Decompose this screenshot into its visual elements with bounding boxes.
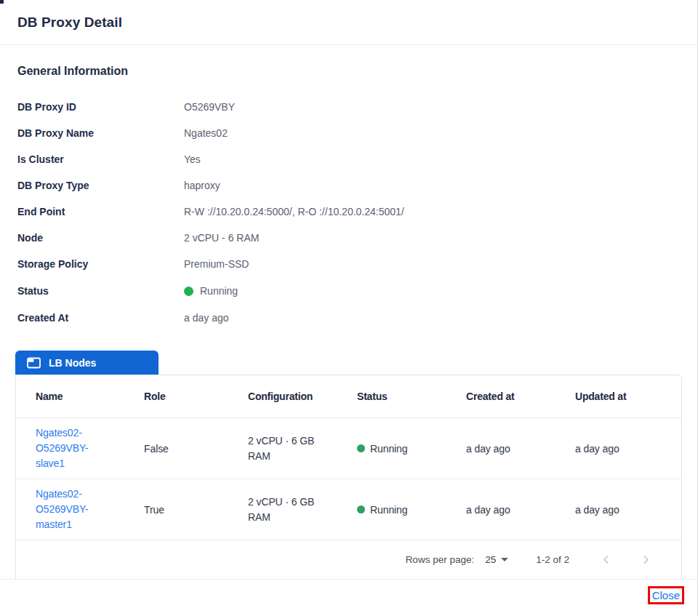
field-node: Node 2 vCPU - 6 RAM (17, 225, 680, 251)
lb-nodes-table-card: Name Role Configuration Status Created a… (15, 375, 682, 593)
field-value: 2 vCPU - 6 RAM (184, 232, 259, 244)
field-db-proxy-name: DB Proxy Name Ngates02 (17, 120, 680, 146)
modal-header: DB Proxy Detail (0, 0, 697, 45)
window-icon (27, 357, 41, 369)
table-header-row: Name Role Configuration Status Created a… (16, 375, 681, 418)
chevron-left-icon (601, 555, 611, 564)
general-information-section: General Information DB Proxy ID O5269VBY… (0, 65, 697, 331)
column-header-name: Name (16, 391, 124, 402)
column-header-configuration: Configuration (228, 391, 337, 402)
table-row: Ngates02-O5269VBY-master1 True 2 vCPU · … (16, 479, 681, 540)
field-label: DB Proxy Type (17, 180, 184, 191)
field-label: DB Proxy Name (17, 127, 184, 139)
status-value: Running (184, 285, 238, 297)
pagination-range: 1-2 of 2 (536, 554, 569, 565)
status-text: Running (370, 443, 407, 455)
status-running-icon (357, 505, 365, 513)
field-db-proxy-type: DB Proxy Type haproxy (17, 172, 680, 199)
table-pagination: Rows per page: 25 1-2 of 2 (16, 540, 681, 578)
modal-title: DB Proxy Detail (17, 15, 680, 31)
rows-per-page-label: Rows per page: (406, 554, 475, 565)
chevron-down-icon (501, 558, 508, 561)
cell-status: Running (337, 504, 446, 516)
tab-label: LB Nodes (49, 357, 96, 369)
field-value: haproxy (184, 180, 220, 191)
previous-page-button[interactable] (598, 555, 614, 564)
next-page-button[interactable] (638, 555, 654, 564)
field-status: Status Running (17, 277, 680, 305)
close-button-highlight-box: Close (648, 586, 684, 604)
tab-lb-nodes[interactable]: LB Nodes (15, 351, 159, 375)
field-value: Premium-SSD (184, 258, 249, 270)
status-running-icon (184, 287, 193, 296)
screenshot-corner-artifact (0, 0, 4, 4)
field-end-point: End Point R-W ://10.20.0.24:5000/, R-O :… (17, 199, 680, 225)
column-header-updated-at: Updated at (555, 391, 681, 402)
cell-updated-at: a day ago (555, 504, 681, 516)
field-label: Is Cluster (17, 153, 184, 165)
status-text: Running (200, 285, 238, 297)
node-name-link[interactable]: Ngates02-O5269VBY-master1 (36, 487, 117, 532)
node-name-link[interactable]: Ngates02-O5269VBY-slave1 (36, 425, 117, 471)
field-value: O5269VBY (184, 101, 235, 113)
field-label: DB Proxy ID (17, 101, 184, 113)
cell-role: False (124, 443, 228, 455)
status-running-icon (357, 444, 365, 452)
close-button[interactable]: Close (651, 588, 681, 602)
general-information-heading: General Information (17, 65, 680, 78)
cell-role: True (124, 504, 228, 516)
cell-name: Ngates02-O5269VBY-master1 (16, 487, 124, 532)
field-label: Storage Policy (17, 258, 184, 270)
cell-status: Running (337, 443, 446, 455)
cell-updated-at: a day ago (555, 443, 681, 455)
field-value: a day ago (184, 312, 229, 324)
cell-configuration: 2 vCPU · 6 GB RAM (228, 433, 337, 464)
column-header-created-at: Created at (446, 391, 555, 402)
field-is-cluster: Is Cluster Yes (17, 146, 680, 172)
status-text: Running (370, 504, 407, 516)
field-label: End Point (17, 206, 184, 217)
table-row: Ngates02-O5269VBY-slave1 False 2 vCPU · … (16, 418, 681, 479)
general-information-list: DB Proxy ID O5269VBY DB Proxy Name Ngate… (17, 94, 680, 331)
field-storage-policy: Storage Policy Premium-SSD (17, 251, 680, 277)
modal-footer: Close (0, 579, 697, 616)
cell-name: Ngates02-O5269VBY-slave1 (16, 425, 124, 471)
field-db-proxy-id: DB Proxy ID O5269VBY (17, 94, 680, 120)
rows-per-page-value: 25 (485, 554, 496, 565)
field-value: R-W ://10.20.0.24:5000/, R-O ://10.20.0.… (184, 206, 404, 217)
rows-per-page-select[interactable]: 25 (485, 554, 508, 565)
column-header-role: Role (124, 391, 228, 402)
field-value: Ngates02 (184, 127, 228, 139)
cell-created-at: a day ago (446, 443, 555, 455)
field-value: Yes (184, 153, 201, 165)
field-label: Node (17, 232, 184, 244)
db-proxy-detail-modal: { "modal": { "title": "DB Proxy Detail" … (0, 0, 698, 616)
cell-created-at: a day ago (446, 504, 555, 516)
cell-configuration: 2 vCPU · 6 GB RAM (228, 495, 337, 525)
field-created-at: Created At a day ago (17, 305, 680, 331)
field-label: Status (17, 285, 184, 297)
column-header-status: Status (337, 391, 446, 402)
chevron-right-icon (641, 555, 651, 564)
field-label: Created At (17, 312, 184, 324)
